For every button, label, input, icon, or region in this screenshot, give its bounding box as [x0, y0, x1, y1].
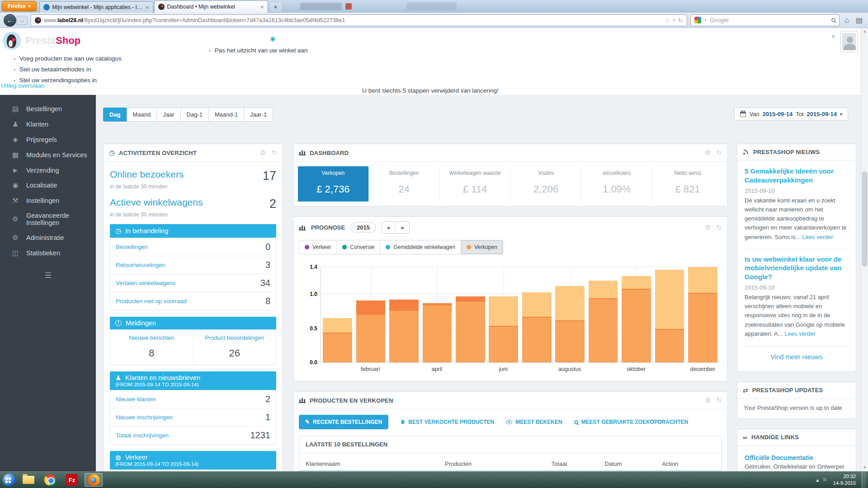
taskbar-explorer[interactable]	[19, 473, 38, 487]
sidebar-item-verzending[interactable]: ►Verzending	[0, 163, 96, 178]
scrollbar-thumb[interactable]	[862, 172, 867, 267]
metric-subtitle: in de laatste 30 minuten	[110, 183, 276, 190]
period-tab-maand-1[interactable]: Maand-1	[208, 108, 244, 122]
browser-tab-dashboard[interactable]: Dashboard • Mijn webwinkel ×	[154, 0, 268, 13]
row-value: 1	[265, 412, 270, 422]
sidebar-item-modules[interactable]: ▦Modules en Services	[0, 147, 96, 163]
row-link[interactable]: Nieuwe inschrijvingen	[116, 414, 173, 421]
start-button[interactable]	[3, 474, 16, 487]
read-more-link[interactable]: Lees verder	[802, 234, 833, 240]
row-link[interactable]: Producten niet op voorraad	[116, 298, 187, 305]
scroll-up-icon[interactable]: ▲	[861, 28, 868, 35]
sidebar-item-administratie[interactable]: ⚙Administratie	[0, 230, 96, 245]
kpi-verkopen[interactable]: Verkopen £ 2,736	[298, 166, 368, 202]
news-article-title[interactable]: 5 Gemakkelijke Ideeën voor Cadeauverpakk…	[745, 167, 849, 184]
kpi-netto-winst[interactable]: Netto winst £ 821	[652, 166, 723, 202]
kpi-bestellingen[interactable]: Bestellingen 24	[368, 166, 439, 202]
period-tab-dag[interactable]: Dag	[103, 108, 127, 122]
stats-icon: ◫	[11, 249, 20, 257]
legend-item-verkeer[interactable]: Verkeer	[299, 240, 337, 254]
gear-icon[interactable]: ⚙	[705, 396, 711, 404]
cell-link[interactable]: Nieuwe berichten	[113, 334, 190, 341]
taskbar-firefox[interactable]	[85, 473, 103, 487]
tab-meest-gebruikte-zoekopdrachten[interactable]: MEEST GEBRUIKTE ZOEKOPDRACHTEN	[574, 419, 689, 425]
background-window-close-fragment	[345, 3, 352, 9]
search-icon[interactable]	[831, 18, 835, 22]
scrollbar[interactable]: ▲ ▼	[861, 28, 868, 471]
cell-link[interactable]: Product beoordelingen	[196, 334, 274, 341]
sidebar-item-bestellingen[interactable]: ▤Bestellingen	[0, 101, 96, 117]
show-desktop-button[interactable]	[862, 472, 866, 488]
refresh-icon[interactable]: ↻	[716, 396, 722, 404]
taskbar-filezilla[interactable]: Fz	[63, 473, 81, 487]
news-article-title[interactable]: Is uw webwinkel klaar voor de mobielvrie…	[745, 255, 849, 282]
sidebar-item-localisatie[interactable]: ◉Localisatie	[0, 178, 96, 193]
chevron-down-icon[interactable]: ∨	[831, 33, 835, 39]
browser-tab-backoffice[interactable]: Mijn webwinkel - Mijn applicaties - In..…	[39, 1, 153, 13]
sidebar-collapse-icon[interactable]: ☰	[0, 271, 96, 280]
read-more-link[interactable]: Lees verder	[784, 330, 816, 337]
new-tab-button[interactable]: +	[270, 3, 282, 12]
tray-expand-icon[interactable]: ▴	[816, 477, 819, 483]
refresh-icon[interactable]: ↻	[716, 149, 722, 157]
next-year-button[interactable]: »	[396, 222, 409, 233]
period-tab-jaar-1[interactable]: Jaar-1	[244, 108, 273, 122]
sidebar-item-statistieken[interactable]: ◫Statistieken	[0, 245, 96, 261]
row-value: 0	[265, 242, 270, 252]
legend-item-gemiddelde-winkelwagen[interactable]: Gemiddelde winkelwagen	[380, 240, 461, 254]
row-link[interactable]: Totaal inschrijvingen	[116, 432, 169, 439]
bookmarks-icon[interactable]: ▤	[854, 16, 864, 24]
gear-icon[interactable]: ⚙	[705, 224, 711, 232]
row-link[interactable]: Verlaten winkelwagens	[116, 280, 175, 286]
taskbar-chrome[interactable]	[41, 473, 59, 487]
period-tab-maand[interactable]: Maand	[127, 108, 157, 122]
online-visitors-link[interactable]: Online bezoekers	[110, 169, 184, 180]
row-link[interactable]: Nieuwe klanten	[116, 396, 156, 403]
products-tabs: ✎ RECENTE BESTELLINGEN ♛ BEST VERKOCHTE …	[293, 409, 727, 435]
gear-icon[interactable]: ⚙	[260, 149, 266, 157]
caret-down-icon[interactable]: ▾	[673, 18, 675, 23]
dashboard-main: Dag Maand Jaar Dag-1 Maand-1 Jaar-1 Van …	[96, 95, 861, 471]
forward-button[interactable]: →	[17, 16, 28, 25]
date-range-picker[interactable]: Van 2015-09-14 Tot 2015-09-14 ▾	[734, 108, 848, 121]
kpi-wisselkoers[interactable]: wisselkoers 1.09%	[581, 166, 652, 202]
home-icon[interactable]: ⌂	[843, 16, 851, 24]
url-bar[interactable]: www.label28.nl/6yxd1lqzxcti0j0u/index.ph…	[31, 14, 687, 26]
scroll-down-icon[interactable]: ▼	[861, 464, 868, 471]
gear-icon[interactable]: ⚙	[705, 149, 711, 157]
documentation-link[interactable]: Officiële Documentatie	[745, 454, 849, 461]
sidebar-item-klanten[interactable]: ♟Klanten	[0, 117, 96, 132]
tab-meest-bekeken[interactable]: MEEST BEKEKEN	[506, 419, 562, 425]
firefox-menu-button[interactable]: Firefox ▾	[2, 1, 37, 11]
row-link[interactable]: Retour/wisselingen	[116, 262, 165, 268]
kpi-visites[interactable]: Visites 2,206	[510, 166, 581, 202]
user-avatar[interactable]	[841, 32, 857, 52]
tray-flag-icon[interactable]: ⚐	[823, 477, 827, 483]
tab-best-verkochte-producten[interactable]: ♛ BEST VERKOCHTE PRODUCTEN	[400, 419, 494, 425]
period-tab-jaar[interactable]: Jaar	[156, 108, 180, 122]
sidebar-item-prijsregels[interactable]: ◈Prijsregels	[0, 132, 96, 147]
back-button[interactable]: ←	[4, 14, 16, 27]
find-more-news-link[interactable]: Vind meer nieuws	[745, 347, 849, 368]
sidebar-item-instellingen[interactable]: ⚒Instellingen	[0, 193, 96, 208]
active-carts-link[interactable]: Actieve winkelwagens	[110, 197, 203, 208]
tab-recente-bestellingen[interactable]: ✎ RECENTE BESTELLINGEN	[299, 415, 388, 429]
refresh-icon[interactable]: ↻	[271, 149, 277, 157]
refresh-icon[interactable]: ↻	[716, 224, 722, 232]
bookmark-star-icon[interactable]: ☆	[665, 17, 670, 24]
y-axis-tick: 1.4	[301, 264, 317, 270]
previous-year-button[interactable]: «	[382, 222, 396, 233]
tab-favicon	[43, 4, 50, 10]
caret-down-icon[interactable]: ▾	[704, 18, 707, 23]
row-link[interactable]: Bestellingen	[116, 244, 148, 250]
reload-icon[interactable]: ↻	[678, 17, 683, 24]
kpi-winkelwagen-waarde[interactable]: Winkelwagen waarde £ 114	[439, 166, 510, 202]
sidebar-item-geavanceerde-instellingen[interactable]: ⚙Geavanceerde Instellingen	[0, 208, 96, 230]
close-icon[interactable]: ×	[260, 4, 264, 10]
search-box[interactable]: ▾ Google	[690, 14, 840, 26]
close-icon[interactable]: ×	[146, 4, 149, 11]
system-tray: ▴ ⚐ 20:32 14-9-2015	[816, 472, 866, 488]
legend-item-conversie[interactable]: Conversie	[337, 240, 380, 254]
period-tab-dag-1[interactable]: Dag-1	[180, 108, 208, 122]
legend-item-verkopen[interactable]: Verkopen	[461, 240, 503, 254]
